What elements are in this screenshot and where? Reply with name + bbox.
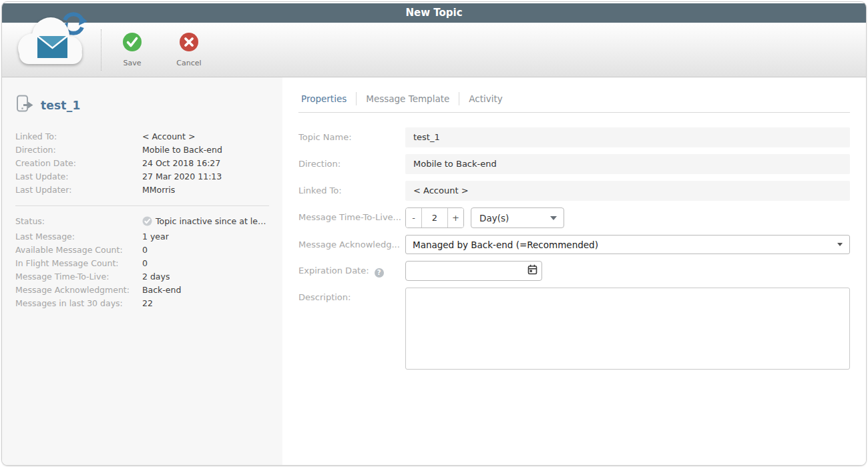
form-row-acknowledgment: Message Acknowledg... Managed by Back-en… (298, 235, 850, 254)
expiration-date-label: Expiration Date: ? (298, 261, 405, 278)
tab-message-template[interactable]: Message Template (357, 92, 459, 105)
save-button[interactable]: Save (112, 32, 153, 67)
mobile-to-backend-icon (15, 95, 34, 115)
summary-row-ttl: Message Time-To-Live: 2 days (15, 270, 269, 284)
ttl-value[interactable]: 2 (421, 208, 448, 227)
chevron-down-icon (550, 216, 557, 220)
detail-panel: Properties Message Template Activity Top… (282, 77, 866, 465)
linked-to-label: Linked To: (298, 181, 405, 195)
toolbar-separator (101, 29, 101, 71)
kv-label: Last Message: (15, 230, 142, 244)
kv-label: Status: (15, 215, 142, 230)
kv-label: Linked To: (15, 130, 142, 143)
direction-field: Mobile to Back-end (405, 154, 850, 174)
topic-title: test_1 (41, 99, 80, 112)
help-icon[interactable]: ? (375, 268, 384, 278)
kv-label: Messages in last 30 days: (15, 297, 142, 310)
summary-row-creation-date: Creation Date: 24 Oct 2018 16:27 (15, 157, 269, 170)
check-circle-icon (142, 216, 152, 230)
kv-value: Mobile to Back-end (142, 143, 222, 157)
summary-status-list: Status: Topic inactive since at least o.… (15, 215, 269, 310)
ttl-label: Message Time-To-Live... (298, 207, 405, 222)
tab-bar: Properties Message Template Activity (292, 92, 850, 105)
summary-info-list: Linked To: < Account > Direction: Mobile… (15, 130, 269, 197)
kv-value: 22 (142, 297, 153, 310)
ttl-increment-button[interactable]: + (448, 208, 463, 227)
acknowledgment-value: Managed by Back-end (=Recommended) (413, 240, 598, 250)
kv-label: Creation Date: (15, 157, 142, 170)
summary-row-direction: Direction: Mobile to Back-end (15, 143, 269, 157)
tab-properties[interactable]: Properties (292, 92, 357, 105)
ttl-unit-value: Day(s) (479, 213, 509, 223)
summary-divider (15, 205, 269, 206)
acknowledgment-label: Message Acknowledg... (298, 235, 405, 250)
kv-value: 1 year (142, 230, 169, 244)
chevron-down-icon (837, 243, 843, 246)
kv-label: Available Message Count: (15, 244, 142, 257)
topic-name-label: Topic Name: (298, 127, 405, 142)
summary-row-last-update: Last Update: 27 Mar 2020 11:13 (15, 170, 269, 183)
summary-header: test_1 (15, 95, 269, 115)
expiration-date-input[interactable] (411, 266, 527, 277)
kv-label: Last Updater: (15, 183, 142, 197)
summary-row-linked-to: Linked To: < Account > (15, 130, 269, 143)
topic-name-field: test_1 (405, 127, 850, 147)
properties-form: Topic Name: test_1 Direction: Mobile to … (298, 113, 850, 370)
description-textarea[interactable] (405, 288, 850, 370)
kv-label: Direction: (15, 143, 142, 157)
window-title: New Topic (405, 7, 462, 19)
kv-label: Message Acknowledgment: (15, 284, 142, 297)
form-row-topic-name: Topic Name: test_1 (298, 127, 850, 147)
summary-row-available-count: Available Message Count: 0 (15, 244, 269, 257)
kv-value: 27 Mar 2020 11:13 (142, 170, 222, 183)
toolbar: Save Cancel (2, 23, 866, 77)
kv-value: Back-end (142, 284, 181, 297)
form-row-expiration-date: Expiration Date: ? (298, 261, 850, 281)
expiration-date-field[interactable] (405, 261, 542, 281)
tab-activity[interactable]: Activity (459, 92, 512, 105)
form-row-description: Description: (298, 288, 850, 370)
calendar-icon[interactable] (527, 264, 537, 278)
kv-value: 0 (142, 257, 148, 270)
kv-value: 0 (142, 244, 148, 257)
summary-row-messages-30-days: Messages in last 30 days: 22 (15, 297, 269, 310)
kv-value: 24 Oct 2018 16:27 (142, 157, 220, 170)
kv-value: < Account > (142, 130, 195, 143)
kv-value: Topic inactive since at least o... (142, 215, 269, 230)
save-button-label: Save (112, 59, 153, 67)
acknowledgment-select[interactable]: Managed by Back-end (=Recommended) (405, 235, 850, 254)
save-check-icon (122, 32, 142, 52)
cancel-button-label: Cancel (168, 59, 210, 67)
ttl-stepper: - 2 + (405, 207, 464, 228)
summary-row-last-updater: Last Updater: MMorris (15, 183, 269, 197)
form-row-direction: Direction: Mobile to Back-end (298, 154, 850, 174)
direction-label: Direction: (298, 154, 405, 169)
linked-to-field: < Account > (405, 181, 850, 201)
form-row-ttl: Message Time-To-Live... - 2 + Day(s) (298, 207, 850, 228)
titlebar: New Topic (2, 3, 866, 23)
cancel-x-icon (179, 32, 199, 52)
summary-row-status: Status: Topic inactive since at least o.… (15, 215, 269, 230)
status-text: Topic inactive since at least o... (156, 216, 269, 226)
content-area: test_1 Linked To: < Account > Direction:… (2, 77, 866, 465)
kv-label: Message Time-To-Live: (15, 270, 142, 284)
summary-sidebar: test_1 Linked To: < Account > Direction:… (2, 77, 282, 465)
summary-row-acknowledgment: Message Acknowledgment: Back-end (15, 284, 269, 297)
kv-label: In Flight Message Count: (15, 257, 142, 270)
description-label: Description: (298, 288, 405, 302)
kv-value: 2 days (142, 270, 170, 284)
ttl-decrement-button[interactable]: - (406, 208, 421, 227)
ttl-unit-select[interactable]: Day(s) (471, 207, 564, 228)
expiration-date-label-text: Expiration Date: (298, 266, 369, 276)
kv-label: Last Update: (15, 170, 142, 183)
form-row-linked-to: Linked To: < Account > (298, 181, 850, 201)
summary-row-last-message: Last Message: 1 year (15, 230, 269, 244)
cancel-button[interactable]: Cancel (168, 32, 210, 67)
kv-value: MMorris (142, 183, 175, 197)
cloud-mail-logo-icon (13, 5, 87, 73)
summary-row-inflight-count: In Flight Message Count: 0 (15, 257, 269, 270)
new-topic-window: New Topic (1, 1, 867, 466)
